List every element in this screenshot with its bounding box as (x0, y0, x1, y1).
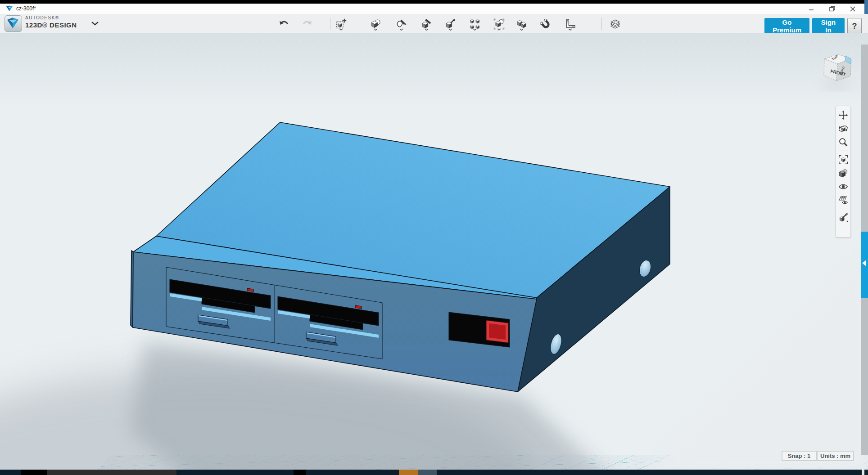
menu-chevron-icon (399, 28, 403, 31)
menu-chevron-icon (568, 28, 572, 31)
help-button[interactable]: ? (847, 18, 862, 34)
background-window-sliver (864, 0, 868, 15)
viewcube-shadow (823, 81, 850, 88)
app-icon (6, 5, 13, 12)
menu-chevron-icon (374, 28, 378, 31)
units-indicator[interactable]: Units : mm (817, 451, 854, 461)
os-taskbar-sliver (0, 470, 868, 475)
go-premium-button[interactable]: Go Premium (764, 18, 809, 34)
menu-chevron-icon (425, 28, 429, 31)
nav-grid-visibility-button[interactable] (837, 194, 850, 206)
taskbar-segment (399, 470, 418, 475)
app-window: { "window": { "title": "cz-300f*", "cont… (0, 0, 868, 475)
layers-button[interactable] (607, 17, 623, 32)
sign-in-button[interactable]: Sign In (812, 18, 845, 34)
edit-materials-icon (838, 213, 848, 223)
toolbar-divider (330, 18, 330, 30)
orbit-icon (838, 124, 848, 134)
taskbar-segment (437, 470, 862, 475)
close-button[interactable] (845, 4, 860, 14)
redo-button[interactable] (299, 17, 314, 32)
right-scrollbar[interactable] (861, 45, 868, 455)
document-title: cz-300f* (16, 5, 36, 12)
minimize-button[interactable] (804, 4, 819, 14)
taskbar-segment (418, 470, 437, 475)
redo-icon (301, 19, 312, 30)
nav-fit-view-button[interactable] (837, 153, 850, 166)
zoom-icon (838, 137, 848, 147)
power-button[interactable] (489, 323, 506, 340)
viewport-canvas[interactable]: FRONT TOP RIGHT Snap : 1 Units : mm (0, 33, 868, 470)
visibility-icon (838, 182, 848, 192)
construct-button[interactable] (419, 17, 434, 32)
modify-button[interactable] (443, 17, 458, 32)
snap-button[interactable] (538, 17, 553, 32)
pan-icon (838, 110, 848, 120)
model-drive-unit[interactable] (131, 122, 670, 392)
panel-collapse-handle[interactable] (861, 232, 868, 298)
taskbar-segment (864, 470, 868, 475)
taskbar-segment (306, 470, 399, 475)
nav-shaded-view-button[interactable] (837, 167, 850, 179)
combine-button[interactable] (514, 17, 529, 32)
undo-button[interactable] (276, 17, 292, 32)
taskbar-segment (0, 470, 21, 475)
menu-chevron-icon (497, 28, 501, 31)
sketch-button[interactable] (393, 17, 409, 32)
undo-icon (279, 19, 290, 30)
nav-toolbar (836, 106, 851, 238)
grouping-button[interactable] (491, 17, 506, 32)
scene-svg: FRONT TOP RIGHT (0, 33, 868, 470)
nav-edit-materials-button[interactable] (837, 211, 850, 224)
measure-button[interactable] (562, 17, 578, 32)
titlebar: cz-300f* (0, 4, 864, 14)
primitives-button[interactable] (368, 17, 383, 32)
collapse-arrow-icon (862, 260, 866, 266)
menu-chevron-icon (473, 28, 477, 31)
menu-chevron-icon (520, 28, 524, 31)
grid-visibility-icon (838, 195, 848, 205)
restore-button[interactable] (824, 4, 840, 14)
shaded-view-icon (838, 168, 848, 178)
grid-edge-region (644, 250, 868, 470)
nav-orbit-button[interactable] (837, 122, 850, 135)
layers-icon (610, 19, 621, 30)
toolbar-icons (0, 14, 868, 33)
taskbar-segment (294, 470, 306, 475)
pattern-button[interactable] (467, 17, 482, 32)
nav-pan-button[interactable] (837, 109, 850, 121)
nav-divider (838, 209, 848, 209)
taskbar-segment (47, 470, 176, 475)
taskbar-segment (21, 470, 47, 475)
toolbar-divider (601, 18, 602, 30)
nav-divider (838, 151, 848, 151)
taskbar-segment (176, 470, 294, 475)
transform-icon (335, 18, 347, 30)
main-toolbar: AUTODESK® 123D® DESIGN Go Premium Sign I… (0, 14, 868, 33)
screen-top-strip (0, 0, 864, 4)
menu-chevron-icon (339, 28, 343, 31)
transform-button[interactable] (333, 17, 348, 32)
nav-zoom-button[interactable] (837, 136, 850, 148)
viewcube[interactable]: FRONT TOP RIGHT (823, 54, 851, 88)
fit-view-icon (838, 155, 848, 165)
snap-icon (540, 19, 552, 30)
nav-visibility-button[interactable] (837, 180, 850, 193)
menu-chevron-icon (448, 28, 452, 31)
snap-indicator[interactable]: Snap : 1 (782, 451, 817, 461)
